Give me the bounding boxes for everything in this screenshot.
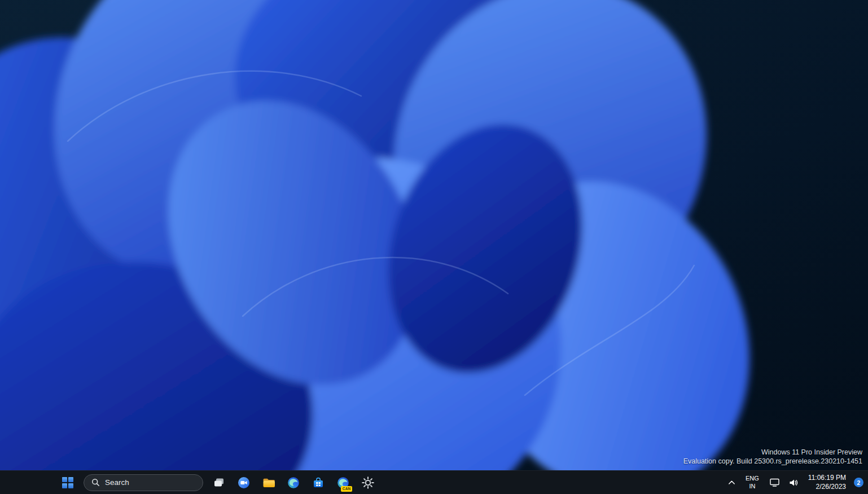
search-icon bbox=[91, 478, 100, 487]
edge-icon bbox=[287, 476, 300, 489]
language-indicator[interactable]: ENG IN bbox=[741, 471, 764, 494]
clock[interactable]: 11:06:19 PM 2/26/2023 bbox=[804, 471, 851, 494]
language-line1: ENG bbox=[746, 475, 759, 483]
search-label: Search bbox=[105, 478, 129, 487]
cast-button[interactable] bbox=[766, 471, 783, 494]
language-line2: IN bbox=[746, 483, 759, 491]
windows-logo-icon bbox=[62, 477, 73, 488]
search-input[interactable]: Search bbox=[84, 474, 203, 491]
cast-icon bbox=[769, 478, 780, 487]
store-icon bbox=[312, 476, 325, 489]
store-button[interactable] bbox=[307, 471, 330, 494]
edge-canary-button[interactable]: CAN bbox=[332, 471, 354, 494]
notification-count: 2 bbox=[857, 479, 861, 486]
desktop[interactable]: Windows 11 Pro Insider Preview Evaluatio… bbox=[0, 0, 868, 494]
edge-button[interactable] bbox=[282, 471, 305, 494]
chevron-up-icon bbox=[728, 480, 735, 485]
start-button[interactable] bbox=[56, 471, 79, 494]
task-view-button[interactable] bbox=[208, 471, 230, 494]
settings-gear-icon bbox=[361, 476, 375, 489]
task-view-icon bbox=[212, 476, 226, 489]
wallpaper-bloom-image bbox=[0, 0, 868, 494]
notification-badge[interactable]: 2 bbox=[854, 478, 863, 487]
file-explorer-button[interactable] bbox=[257, 471, 280, 494]
chat-icon bbox=[237, 476, 251, 489]
settings-button[interactable] bbox=[357, 471, 379, 494]
taskbar: Search bbox=[0, 470, 868, 494]
system-tray: ENG IN 11:06:19 PM bbox=[725, 471, 863, 494]
volume-button[interactable] bbox=[786, 471, 801, 494]
tray-overflow-button[interactable] bbox=[725, 471, 739, 494]
chat-button[interactable] bbox=[233, 471, 255, 494]
speaker-icon bbox=[789, 479, 798, 487]
clock-time: 11:06:19 PM bbox=[808, 474, 846, 483]
taskbar-left-cluster: Search bbox=[56, 471, 379, 494]
canary-badge: CAN bbox=[341, 486, 352, 492]
clock-date: 2/26/2023 bbox=[808, 483, 846, 492]
file-explorer-icon bbox=[262, 476, 275, 489]
